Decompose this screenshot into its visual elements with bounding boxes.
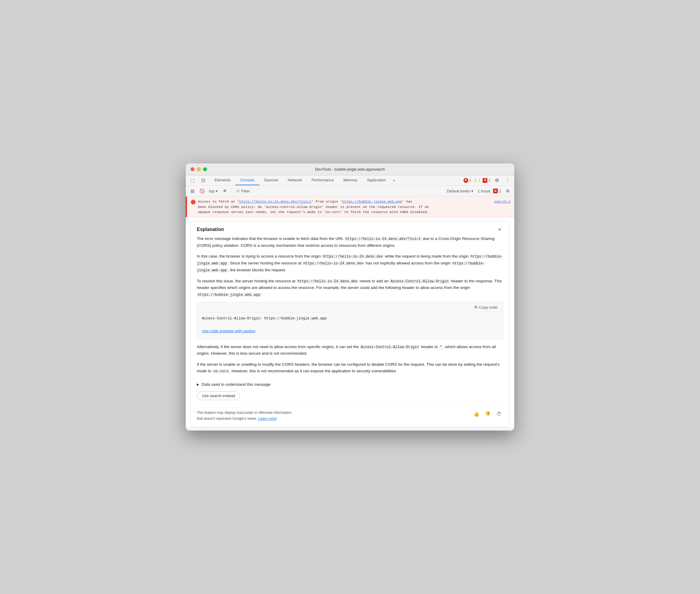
settings-icon[interactable]: ⚙ [493, 176, 501, 185]
error-url2-link[interactable]: https://bubble-jingle.web.app [342, 200, 402, 203]
error-line3: opaque response serves your needs, set t… [198, 210, 429, 214]
tab-network[interactable]: Network [283, 175, 307, 185]
caution-area: Use code snippets with caution [197, 328, 503, 339]
disclaimer-text: This feature may display inaccurate or o… [197, 410, 292, 422]
explanation-header: Explanation × [191, 221, 509, 235]
clear-console-icon[interactable]: 🚫 [198, 187, 206, 195]
warning-badge[interactable]: ⚠ 1 [474, 178, 481, 183]
console-toolbar: ▤ 🚫 top ▾ 👁 ⊟ Filter Default levels ▾ 1 … [186, 186, 514, 197]
feedback-icons: 👍 👎 ⏱ [472, 410, 503, 418]
explanation-p4-code2: * [439, 345, 443, 350]
explanation-p3-code1: https://hello-io-24.deno.dev [296, 279, 359, 284]
error-icon: ✕ [463, 178, 468, 183]
filter-area[interactable]: ⊟ Filter [234, 188, 252, 194]
toolbar-right: Default levels ▾ 1 Issue: ✕ 1 ⚙ [445, 187, 512, 195]
tabs-bar: ⬚ ⊡ Elements Console Sources Network Per… [186, 175, 514, 186]
titlebar: DevTools - bubble-jingle.web.app/search [186, 163, 514, 175]
issues-icon: ✕ [493, 189, 498, 193]
error-text-has: ' has [402, 200, 412, 203]
explanation-close-button[interactable]: × [496, 226, 503, 233]
warning-icon: ⚠ [474, 178, 478, 183]
tab-elements[interactable]: Elements [210, 175, 235, 185]
thumbs-down-icon[interactable]: 👎 [484, 410, 492, 418]
use-search-button[interactable]: Use search instead [197, 391, 240, 400]
thumbs-up-icon[interactable]: 👍 [472, 410, 481, 418]
window-title: DevTools - bubble-jingle.web.app/search [315, 167, 385, 171]
warning-count: 1 [479, 178, 481, 183]
data-used-section: Data used to understand this message Use… [197, 379, 503, 407]
error-count: 2 [469, 178, 471, 183]
minimize-button[interactable] [197, 167, 201, 171]
code-snippet: Access-Control-Allow-Origin: https://bub… [197, 312, 503, 325]
default-levels-selector[interactable]: Default levels ▾ [445, 188, 475, 194]
settings-console-icon[interactable]: ⚙ [503, 187, 512, 195]
explanation-body: The error message indicates that the bro… [191, 235, 509, 427]
error-source-link[interactable]: search:1 [494, 199, 511, 204]
issue-badge[interactable]: ✕ 1 [483, 178, 490, 183]
filter-label: Filter [241, 189, 250, 193]
sidebar-toggle-icon[interactable]: ▤ [188, 187, 197, 195]
explanation-title: Explanation [197, 227, 224, 232]
eye-icon[interactable]: 👁 [221, 187, 229, 195]
explanation-p5: If the server is unable or unwilling to … [197, 361, 503, 375]
tab-console[interactable]: Console [235, 175, 259, 185]
close-button[interactable] [190, 167, 195, 171]
tab-sources[interactable]: Sources [259, 175, 283, 185]
issues-count: 1 [499, 189, 501, 193]
explanation-p4: Alternatively, if the server does not ne… [197, 343, 503, 357]
explanation-p1-code: https://hello-io-24.deno.dev/?lvl=1 [345, 237, 422, 241]
tab-icon-group: ⬚ ⊡ [188, 176, 207, 185]
explanation-p2: In this case, the browser is trying to a… [197, 253, 503, 273]
copy-code-button[interactable]: ⧉ Copy code [473, 304, 499, 310]
issues-label: 1 Issue: ✕ 1 [478, 189, 501, 193]
default-levels-label: Default levels [447, 189, 470, 193]
error-url1-link[interactable]: https://hello-io-24.deno.dev/?lvl=1 [239, 200, 312, 203]
tab-application[interactable]: Application [362, 175, 391, 185]
maximize-button[interactable] [203, 167, 207, 171]
error-row-icon: 🔴 [190, 199, 196, 205]
issue-count: 1 [488, 178, 490, 183]
error-badge[interactable]: ✕ 2 [463, 178, 471, 183]
default-levels-arrow: ▾ [471, 189, 473, 193]
issue-icon: ✕ [483, 178, 487, 183]
explanation-p2-code3: https://hello-io-24.deno.dev [303, 261, 364, 266]
explanation-p3-code3: https://bubble-jingle.web.app [197, 293, 261, 297]
error-row-text: Access to fetch at 'https://hello-io-24.… [198, 199, 491, 214]
error-text-before: Access to fetch at ' [198, 200, 239, 203]
devtools-window: DevTools - bubble-jingle.web.app/search … [186, 163, 514, 430]
traffic-lights [190, 167, 207, 171]
explanation-p5-code: no-cors [213, 369, 230, 374]
disclaimer-row: This feature may display inaccurate or o… [197, 407, 503, 422]
error-line2: been blocked by CORS policy: No 'Access-… [198, 205, 429, 209]
tab-memory[interactable]: Memory [339, 175, 362, 185]
report-icon[interactable]: ⏱ [495, 410, 503, 418]
explanation-p3: To resolve this issue, the server hostin… [197, 278, 503, 298]
device-toolbar-icon[interactable]: ⊡ [199, 176, 207, 185]
console-error-row: 🔴 Access to fetch at 'https://hello-io-2… [186, 197, 514, 217]
context-arrow: ▾ [216, 189, 218, 193]
code-block: ⧉ Copy code Access-Control-Allow-Origin:… [197, 302, 503, 339]
copy-icon: ⧉ [475, 305, 477, 309]
learn-more-link[interactable]: Learn more [258, 417, 277, 421]
more-tabs-button[interactable]: » [391, 175, 397, 185]
use-search-area: Use search instead [197, 391, 503, 405]
tabs-right-controls: ✕ 2 ⚠ 1 ✕ 1 ⚙ ⋮ [463, 176, 512, 185]
tab-performance[interactable]: Performance [307, 175, 338, 185]
main-tabs: Elements Console Sources Network Perform… [210, 175, 398, 185]
error-text-mid1: ' from origin ' [312, 200, 343, 203]
explanation-p4-code1: Access-Control-Allow-Origin [360, 345, 420, 350]
more-options-icon[interactable]: ⋮ [503, 176, 512, 185]
code-block-header: ⧉ Copy code [197, 302, 503, 312]
inspect-element-icon[interactable]: ⬚ [188, 176, 197, 185]
caution-link[interactable]: Use code snippets with caution [202, 328, 498, 334]
context-label: top [209, 189, 214, 193]
explanation-p2-code1: https://hello-io-24.deno.dev [322, 254, 384, 259]
explanation-p3-code2: Access-Control-Allow-Origin [390, 279, 449, 284]
filter-icon: ⊟ [237, 189, 240, 193]
data-used-toggle[interactable]: Data used to understand this message [197, 381, 503, 388]
toolbar-separator [232, 188, 232, 194]
console-area: 🔴 Access to fetch at 'https://hello-io-2… [186, 197, 514, 427]
context-selector[interactable]: top ▾ [207, 188, 219, 194]
explanation-p1: The error message indicates that the bro… [197, 235, 503, 249]
explanation-panel: Explanation × The error message indicate… [190, 221, 510, 427]
